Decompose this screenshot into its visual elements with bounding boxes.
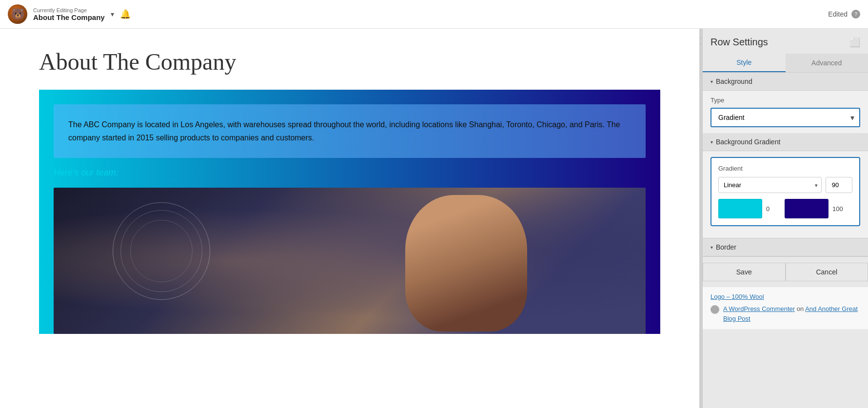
border-toggle-icon: ▾: [710, 245, 713, 250]
tab-style[interactable]: Style: [703, 54, 786, 72]
type-dropdown[interactable]: Gradient None Classic Video: [710, 108, 860, 127]
gradient-inner-label: Gradient: [718, 165, 852, 172]
border-section: ▾ Border: [703, 238, 868, 256]
gradient-type-row: Linear Radial: [718, 177, 852, 193]
tech-circles-decoration: [113, 202, 210, 300]
bottom-links: Logo – 100% Wool A WordPress Commenter o…: [703, 287, 868, 329]
background-section-content: Type Gradient None Classic Video: [703, 91, 868, 133]
top-bar-right: Edited ?: [828, 10, 860, 19]
page-title: About The Company: [39, 48, 660, 75]
color-swatch-1[interactable]: [718, 199, 762, 218]
gradient-section: The ABC Company is located in Los Angele…: [39, 90, 660, 334]
top-bar-left: 🐻 Currently Editing Page About The Compa…: [8, 4, 131, 24]
minimize-icon[interactable]: ⬜: [849, 37, 860, 48]
page-canvas: About The Company The ABC Company is loc…: [0, 29, 699, 408]
gradient-box: Gradient Linear Radial: [710, 157, 860, 226]
background-section-header[interactable]: ▾ Background: [703, 73, 868, 91]
bg-gradient-section-header[interactable]: ▾ Background Gradient: [703, 133, 868, 151]
page-info: Currently Editing Page About The Company: [33, 7, 105, 21]
commenter-name-link[interactable]: A WordPress Commenter: [723, 305, 795, 312]
edited-status: Edited: [828, 10, 848, 18]
sidebar-inner: Row Settings ⬜ Style Advanced ▾ Backgrou…: [703, 29, 868, 408]
tab-advanced[interactable]: Advanced: [786, 54, 868, 72]
comment-connector: on: [797, 305, 805, 312]
save-button[interactable]: Save: [703, 263, 786, 281]
comment-text: A WordPress Commenter on And Another Gre…: [723, 304, 860, 323]
border-section-header[interactable]: ▾ Border: [703, 238, 868, 256]
comment-row: A WordPress Commenter on And Another Gre…: [710, 304, 860, 323]
color-stop-1-row: 0 100: [718, 199, 852, 218]
gradient-type-dropdown[interactable]: Linear Radial: [718, 177, 822, 193]
color-swatch-2[interactable]: [785, 199, 829, 218]
row-settings-title: Row Settings: [710, 37, 768, 48]
bg-gradient-label: Background Gradient: [716, 138, 780, 146]
bottom-link-wool[interactable]: Logo – 100% Wool: [710, 293, 860, 300]
type-dropdown-wrapper: Gradient None Classic Video: [710, 108, 860, 127]
bg-gradient-section: ▾ Background Gradient Gradient Linear Ra…: [703, 133, 868, 238]
gradient-degree-input[interactable]: [826, 177, 852, 193]
border-label: Border: [716, 243, 736, 251]
page-name-label: About The Company: [33, 13, 105, 21]
main-area: About The Company The ABC Company is loc…: [0, 29, 868, 408]
face-shape-decoration: [405, 195, 527, 331]
row-settings-panel: Row Settings ⬜ Style Advanced ▾ Backgrou…: [702, 29, 868, 408]
cancel-button[interactable]: Cancel: [786, 263, 868, 281]
team-photo: [54, 188, 646, 334]
background-label: Background: [716, 78, 752, 85]
notification-bell-icon[interactable]: 🔔: [120, 9, 131, 19]
background-toggle-icon: ▾: [710, 79, 713, 84]
commenter-avatar: [710, 305, 719, 314]
background-section: ▾ Background Type Gradient None Classic …: [703, 73, 868, 133]
sidebar-tabs: Style Advanced: [703, 54, 868, 73]
company-text-box: The ABC Company is located in Los Angele…: [54, 104, 646, 158]
color-stop-2-value: 100: [832, 205, 847, 213]
bg-gradient-toggle-icon: ▾: [710, 139, 713, 145]
sidebar-header: Row Settings ⬜: [703, 29, 868, 54]
company-body-text: The ABC Company is located in Los Angele…: [68, 118, 631, 144]
page-dropdown-icon[interactable]: ▾: [111, 10, 114, 18]
team-heading: Here's our team:: [54, 168, 646, 178]
help-icon[interactable]: ?: [851, 10, 860, 19]
action-buttons: Save Cancel: [703, 256, 868, 287]
currently-editing-label: Currently Editing Page: [33, 7, 105, 13]
bg-gradient-content: Gradient Linear Radial: [703, 151, 868, 238]
top-bar: 🐻 Currently Editing Page About The Compa…: [0, 0, 868, 29]
gradient-type-wrapper: Linear Radial: [718, 177, 822, 193]
avatar: 🐻: [8, 4, 27, 24]
avatar-image: 🐻: [8, 4, 27, 24]
type-label: Type: [710, 97, 860, 104]
color-stop-1-value: 0: [766, 205, 781, 213]
